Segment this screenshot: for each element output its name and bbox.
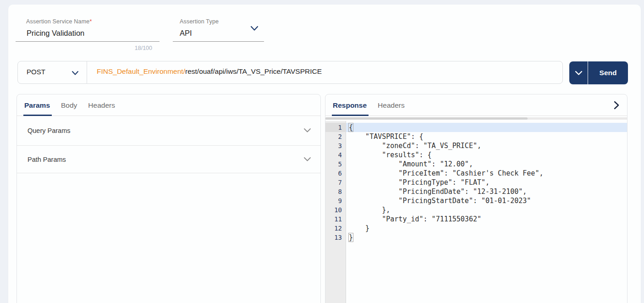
line-content: } xyxy=(346,233,627,242)
chevron-down-icon xyxy=(303,127,311,135)
horizontal-scrollbar-thumb[interactable] xyxy=(325,117,528,120)
line-number: 12 xyxy=(325,224,346,233)
url-path-segment: rest/ouaf/api/iws/TA_VS_Price/TAVSPRICE xyxy=(185,67,322,75)
service-name-label-text: Assertion Service Name xyxy=(26,18,89,25)
matched-bracket: { xyxy=(348,123,353,132)
line-content: }, xyxy=(346,205,627,215)
code-line[interactable]: 1{ xyxy=(325,123,627,132)
code-line[interactable]: 12 } xyxy=(325,224,627,233)
service-name-underline xyxy=(16,41,160,42)
code-line[interactable]: 11 "Party_id": "7111550362" xyxy=(325,215,627,224)
line-number: 10 xyxy=(325,205,346,215)
path-params-section[interactable]: Path Params xyxy=(17,146,320,173)
line-number: 11 xyxy=(325,215,346,224)
line-number: 9 xyxy=(325,196,346,205)
line-number: 2 xyxy=(325,132,346,141)
line-number: 13 xyxy=(325,233,346,242)
code-line[interactable]: 7 "PricingType": "FLAT", xyxy=(325,178,627,187)
line-number: 7 xyxy=(325,178,346,187)
chevron-down-icon xyxy=(72,69,79,77)
code-line[interactable]: 2 "TAVSPRICE": { xyxy=(325,132,627,141)
line-content: "TAVSPRICE": { xyxy=(346,132,627,141)
response-panel-tabs: Response Headers xyxy=(325,94,627,116)
query-params-section[interactable]: Query Params xyxy=(17,116,320,146)
main-card: Assertion Service Name* Pricing Validati… xyxy=(8,5,641,303)
code-line[interactable]: 4 "results": { xyxy=(325,150,627,160)
send-button[interactable]: Send xyxy=(569,61,628,84)
line-number: 6 xyxy=(325,169,346,178)
line-number: 3 xyxy=(325,141,346,150)
line-content: } xyxy=(346,224,627,233)
chevron-right-icon[interactable] xyxy=(613,101,620,111)
send-button-label: Send xyxy=(588,61,628,84)
line-content: "Amount": "12.00", xyxy=(346,160,627,169)
url-input[interactable]: FINS_Default_Environment/rest/ouaf/api/i… xyxy=(97,67,322,76)
service-name-label: Assertion Service Name* xyxy=(26,18,92,25)
response-code-editor[interactable]: 1{2 "TAVSPRICE": {3 "zoneCd": "TA_VS_PRI… xyxy=(325,121,627,303)
query-params-label: Query Params xyxy=(28,127,70,134)
matched-bracket: } xyxy=(348,233,353,242)
tab-response[interactable]: Response xyxy=(333,94,367,116)
tab-headers[interactable]: Headers xyxy=(88,94,115,116)
line-content: "results": { xyxy=(346,150,627,160)
character-counter: 18/100 xyxy=(16,45,152,51)
chevron-down-icon xyxy=(303,155,311,164)
chevron-down-icon xyxy=(575,71,583,76)
line-content: { xyxy=(346,123,627,132)
method-label: POST xyxy=(27,68,45,76)
response-panel: Response Headers 1{2 "TAVSPRICE": {3 "zo… xyxy=(325,94,627,303)
line-content: "PricingEndDate": "12-31-2100", xyxy=(346,187,627,196)
line-number: 4 xyxy=(325,150,346,160)
method-url-divider xyxy=(87,61,87,83)
code-line[interactable]: 6 "PriceItem": "Cashier's Check Fee", xyxy=(325,169,627,178)
code-line[interactable]: 3 "zoneCd": "TA_VS_PRICE", xyxy=(325,141,627,150)
required-asterisk: * xyxy=(89,18,92,25)
tab-response-headers[interactable]: Headers xyxy=(378,94,405,116)
url-environment-segment: FINS_Default_Environment/ xyxy=(97,67,185,75)
horizontal-scrollbar xyxy=(325,117,627,120)
chevron-down-icon[interactable] xyxy=(250,25,259,33)
line-content: "PricingStartDate": "01-01-2023" xyxy=(346,196,627,205)
assertion-type-underline xyxy=(173,41,264,42)
tab-body[interactable]: Body xyxy=(61,94,77,116)
line-number: 8 xyxy=(325,187,346,196)
line-number: 5 xyxy=(325,160,346,169)
send-options-dropdown[interactable] xyxy=(569,61,588,84)
assertion-type-label: Assertion Type xyxy=(180,18,219,25)
code-line[interactable]: 9 "PricingStartDate": "01-01-2023" xyxy=(325,196,627,205)
request-panel-tabs: Params Body Headers xyxy=(17,94,320,116)
path-params-label: Path Params xyxy=(28,156,66,163)
line-content: "PriceItem": "Cashier's Check Fee", xyxy=(346,169,627,178)
tab-params[interactable]: Params xyxy=(24,94,50,116)
code-line[interactable]: 5 "Amount": "12.00", xyxy=(325,160,627,169)
line-content: "PricingType": "FLAT", xyxy=(346,178,627,187)
assertion-type-select[interactable]: API xyxy=(180,29,192,38)
code-lines: 1{2 "TAVSPRICE": {3 "zoneCd": "TA_VS_PRI… xyxy=(325,123,627,242)
code-line[interactable]: 13} xyxy=(325,233,627,242)
line-content: "Party_id": "7111550362" xyxy=(346,215,627,224)
method-dropdown[interactable]: POST xyxy=(18,61,87,83)
service-name-input[interactable]: Pricing Validation xyxy=(27,29,84,38)
request-bar: POST FINS_Default_Environment/rest/ouaf/… xyxy=(17,61,563,84)
code-line[interactable]: 10 }, xyxy=(325,205,627,215)
line-number: 1 xyxy=(325,123,346,132)
request-params-panel: Params Body Headers Query Params Path Pa… xyxy=(17,94,321,303)
line-content: "zoneCd": "TA_VS_PRICE", xyxy=(346,141,627,150)
code-line[interactable]: 8 "PricingEndDate": "12-31-2100", xyxy=(325,187,627,196)
